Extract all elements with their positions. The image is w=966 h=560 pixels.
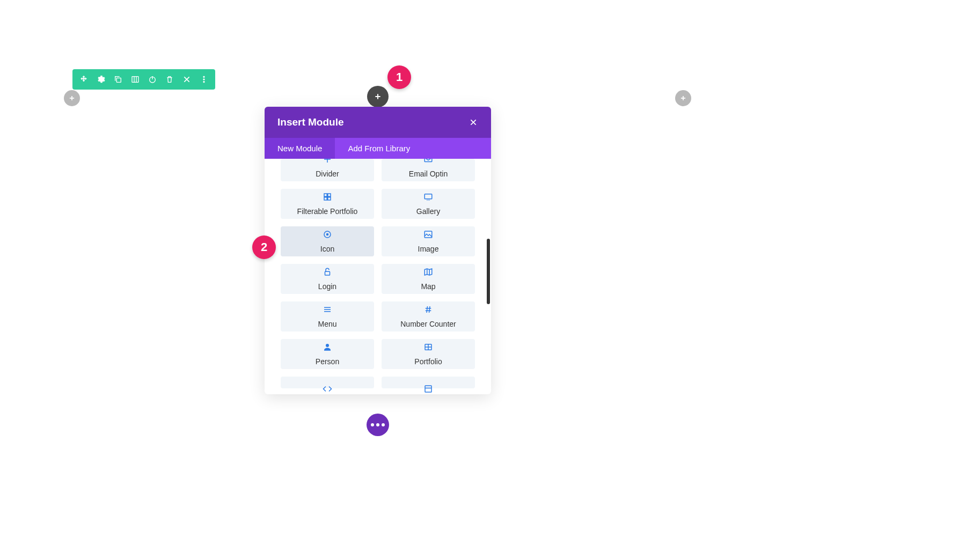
module-label: Portfolio <box>414 357 442 366</box>
module-map[interactable]: Map <box>382 264 475 294</box>
target-icon <box>323 230 332 241</box>
module-menu[interactable]: Menu <box>281 301 374 331</box>
svg-point-27 <box>427 200 428 201</box>
page-actions-button[interactable] <box>367 414 389 436</box>
svg-line-42 <box>429 306 430 313</box>
annotation-badge-1: 1 <box>387 65 411 89</box>
image-icon <box>423 230 433 241</box>
annotation-badge-2: 2 <box>252 235 276 259</box>
module-login[interactable]: Login <box>281 264 374 294</box>
divider-icon <box>323 159 332 166</box>
hash-icon <box>423 305 433 316</box>
table-icon <box>423 342 433 354</box>
module-label: Map <box>421 282 435 291</box>
module-label: Email Optin <box>409 170 448 178</box>
columns-icon[interactable] <box>130 75 140 84</box>
svg-point-10 <box>203 81 205 83</box>
gear-icon[interactable] <box>96 75 106 84</box>
module-label: Gallery <box>416 207 440 216</box>
svg-line-41 <box>427 306 428 313</box>
svg-rect-23 <box>328 194 331 196</box>
row-toolbar <box>72 69 215 90</box>
svg-rect-24 <box>324 197 327 200</box>
person-icon <box>323 342 332 354</box>
module-partial-next-right[interactable] <box>382 377 475 388</box>
add-column-left-button[interactable] <box>64 90 80 106</box>
module-image[interactable]: Image <box>382 226 475 256</box>
power-icon[interactable] <box>148 75 157 84</box>
duplicate-icon[interactable] <box>113 75 123 84</box>
svg-rect-22 <box>324 194 327 196</box>
close-icon[interactable] <box>182 75 192 84</box>
svg-rect-25 <box>328 197 331 200</box>
svg-rect-26 <box>425 194 432 199</box>
svg-rect-0 <box>116 78 121 82</box>
module-label: Menu <box>318 320 336 328</box>
layout-icon <box>423 384 433 394</box>
module-label: Image <box>418 245 439 253</box>
add-module-button[interactable] <box>367 86 389 107</box>
module-partial-next-left[interactable] <box>281 377 374 388</box>
code-icon <box>323 384 332 394</box>
module-gallery[interactable]: Gallery <box>382 189 475 219</box>
more-icon[interactable] <box>199 75 209 84</box>
svg-point-9 <box>203 79 205 80</box>
svg-point-29 <box>429 200 430 201</box>
module-divider[interactable]: Divider <box>281 159 374 181</box>
module-label: Number Counter <box>400 320 456 328</box>
tab-add-from-library[interactable]: Add From Library <box>335 138 423 159</box>
module-grid-wrap: Divider Email Optin Filterable Portfolio… <box>265 159 491 394</box>
module-filterable-portfolio[interactable]: Filterable Portfolio <box>281 189 374 219</box>
module-label: Person <box>316 357 339 366</box>
svg-point-31 <box>326 233 329 236</box>
gallery-icon <box>423 192 433 204</box>
move-icon[interactable] <box>79 75 89 84</box>
svg-point-28 <box>428 200 429 201</box>
email-icon <box>423 159 433 166</box>
modal-header: Insert Module <box>265 107 491 138</box>
module-icon[interactable]: Icon <box>281 226 374 256</box>
map-icon <box>423 267 433 279</box>
module-portfolio[interactable]: Portfolio <box>382 339 475 369</box>
grid-icon <box>323 192 332 204</box>
module-number-counter[interactable]: Number Counter <box>382 301 475 331</box>
tab-new-module[interactable]: New Module <box>265 138 335 159</box>
module-label: Login <box>318 282 336 291</box>
svg-point-8 <box>203 76 205 78</box>
lock-icon <box>323 267 332 279</box>
svg-rect-47 <box>425 386 431 392</box>
module-label: Divider <box>316 170 339 178</box>
svg-rect-33 <box>325 271 330 275</box>
module-label: Icon <box>320 245 334 253</box>
scrollbar-thumb[interactable] <box>487 239 490 304</box>
add-column-right-button[interactable] <box>675 90 691 106</box>
modal-title: Insert Module <box>277 116 344 128</box>
insert-module-modal: Insert Module New Module Add From Librar… <box>265 107 491 394</box>
module-email-optin[interactable]: Email Optin <box>382 159 475 181</box>
module-label: Filterable Portfolio <box>297 207 358 216</box>
menu-icon <box>323 305 332 316</box>
modal-tabs: New Module Add From Library <box>265 138 491 159</box>
module-grid[interactable]: Divider Email Optin Filterable Portfolio… <box>265 159 491 394</box>
modal-close-button[interactable] <box>469 117 478 127</box>
svg-point-43 <box>326 344 329 347</box>
trash-icon[interactable] <box>165 75 174 84</box>
svg-rect-1 <box>132 77 138 83</box>
module-person[interactable]: Person <box>281 339 374 369</box>
